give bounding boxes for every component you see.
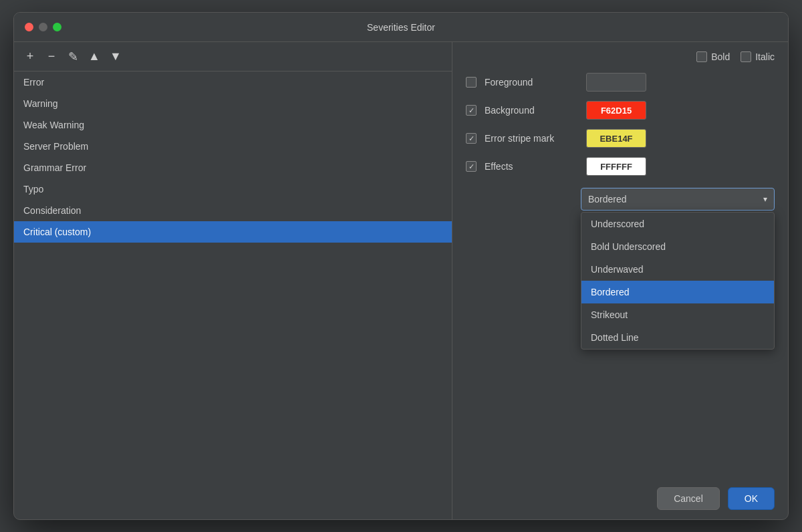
list-item[interactable]: Grammar Error <box>14 157 452 178</box>
maximize-button[interactable] <box>53 23 61 31</box>
bold-checkbox[interactable] <box>696 51 707 62</box>
left-panel: + − ✎ ▲ ▼ ErrorWarningWeak WarningServer… <box>14 42 452 519</box>
error-stripe-checkbox-label[interactable] <box>466 133 477 144</box>
effects-row: Effects FFFFFF <box>466 157 775 176</box>
italic-checkbox-label[interactable]: Italic <box>741 51 775 62</box>
cancel-button[interactable]: Cancel <box>657 487 720 510</box>
effects-dropdown[interactable]: Bordered ▾ <box>581 188 775 211</box>
foreground-label: Foreground <box>485 77 578 88</box>
add-button[interactable]: + <box>21 47 39 66</box>
list-item[interactable]: Critical (custom) <box>14 221 452 243</box>
close-button[interactable] <box>25 23 33 31</box>
error-stripe-checkbox[interactable] <box>466 133 477 144</box>
effects-dropdown-menu: UnderscoredBold UnderscoredUnderwavedBor… <box>581 212 775 350</box>
bold-label: Bold <box>711 51 730 62</box>
background-checkbox-label[interactable] <box>466 105 477 116</box>
error-stripe-color-swatch[interactable]: EBE14F <box>586 129 646 148</box>
effects-checkbox[interactable] <box>466 161 477 172</box>
ok-button[interactable]: OK <box>728 487 775 510</box>
severities-list: ErrorWarningWeak WarningServer ProblemGr… <box>14 72 452 519</box>
content-area: + − ✎ ▲ ▼ ErrorWarningWeak WarningServer… <box>14 42 788 519</box>
remove-button[interactable]: − <box>42 47 61 66</box>
list-item[interactable]: Weak Warning <box>14 114 452 136</box>
dropdown-item[interactable]: Bordered <box>581 281 774 303</box>
list-item[interactable]: Consideration <box>14 200 452 221</box>
dropdown-arrow-icon: ▾ <box>763 194 767 204</box>
foreground-checkbox[interactable] <box>466 77 477 88</box>
error-stripe-row: Error stripe mark EBE14F <box>466 129 775 148</box>
foreground-checkbox-label[interactable] <box>466 77 477 88</box>
effects-dropdown-container: Bordered ▾ UnderscoredBold UnderscoredUn… <box>466 188 775 211</box>
bottom-buttons: Cancel OK <box>466 479 775 510</box>
effects-color-value: FFFFFF <box>600 162 632 172</box>
titlebar: Severities Editor <box>14 13 788 42</box>
background-color-value: F62D15 <box>601 106 632 116</box>
error-stripe-label: Error stripe mark <box>485 133 578 144</box>
font-options: Bold Italic <box>466 51 775 62</box>
dropdown-item[interactable]: Dotted Line <box>581 326 774 349</box>
dropdown-selected-label: Bordered <box>588 194 627 205</box>
italic-label: Italic <box>755 51 775 62</box>
dropdown-item[interactable]: Bold Underscored <box>581 235 774 258</box>
italic-checkbox[interactable] <box>741 51 751 62</box>
bold-checkbox-label[interactable]: Bold <box>696 51 730 62</box>
background-checkbox[interactable] <box>466 105 477 116</box>
dropdown-item[interactable]: Strikeout <box>581 303 774 326</box>
effects-label: Effects <box>485 161 578 172</box>
error-stripe-color-value: EBE14F <box>599 134 632 144</box>
list-item[interactable]: Server Problem <box>14 136 452 157</box>
effects-checkbox-label[interactable] <box>466 161 477 172</box>
dropdown-item[interactable]: Underscored <box>581 213 774 235</box>
background-label: Background <box>485 105 578 116</box>
list-item[interactable]: Typo <box>14 178 452 200</box>
main-window: Severities Editor + − ✎ ▲ ▼ ErrorWarning… <box>13 12 789 520</box>
foreground-color-swatch[interactable] <box>586 73 646 92</box>
background-color-swatch[interactable]: F62D15 <box>586 101 646 120</box>
background-row: Background F62D15 <box>466 101 775 120</box>
move-up-button[interactable]: ▲ <box>85 47 104 66</box>
edit-button[interactable]: ✎ <box>63 47 82 66</box>
move-down-button[interactable]: ▼ <box>106 47 125 66</box>
traffic-lights <box>25 23 61 31</box>
toolbar: + − ✎ ▲ ▼ <box>14 42 452 72</box>
dropdown-item[interactable]: Underwaved <box>581 258 774 281</box>
right-panel: Bold Italic Foreground Background <box>452 42 788 519</box>
effects-color-swatch[interactable]: FFFFFF <box>586 157 646 176</box>
list-item[interactable]: Error <box>14 72 452 93</box>
foreground-row: Foreground <box>466 73 775 92</box>
list-item[interactable]: Warning <box>14 93 452 114</box>
minimize-button[interactable] <box>39 23 47 31</box>
window-title: Severities Editor <box>367 22 435 33</box>
